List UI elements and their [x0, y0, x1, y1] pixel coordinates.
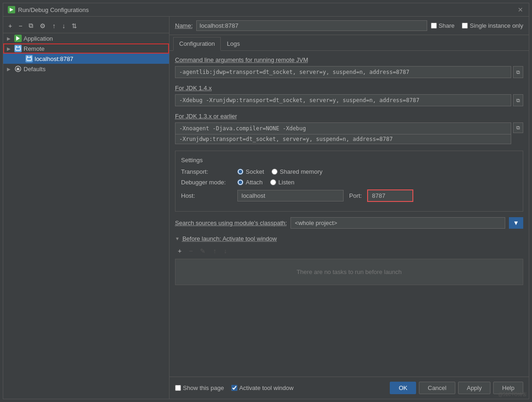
bottom-checkboxes: Show this page Activate tool window [175, 384, 294, 391]
jdk13-field-row: -Xrunjdwp:transport=dt_socket, server=y,… [175, 122, 523, 144]
cmd-label: Command line arguments for running remot… [175, 56, 523, 63]
jdk14-label: For JDK 1.4.x [175, 85, 523, 91]
before-launch-section: ▼ Before launch: Activate tool window + … [175, 235, 523, 285]
jdk14-copy-button[interactable]: ⧉ [513, 94, 523, 106]
single-instance-label: Single instance only [470, 22, 523, 29]
remove-config-button[interactable]: − [16, 21, 24, 31]
sidebar-item-label: Defaults [24, 66, 46, 73]
sidebar-item-application[interactable]: ▶ Application [3, 33, 169, 43]
activate-tool-label: Activate tool window [239, 384, 294, 391]
bottom-panel: Show this page Activate tool window OK C… [169, 377, 529, 399]
jdk14-section: For JDK 1.4.x ⧉ [175, 85, 523, 106]
arrow-icon: ▶ [7, 67, 12, 72]
sidebar: + − ⧉ ⚙ ↑ ↓ ⇅ ▶ Application [3, 17, 169, 399]
attach-label: Attach [246, 179, 263, 186]
right-panel: Name: Share Single instance only Configu… [169, 17, 529, 399]
settings-box: Settings Transport: Socket Shared memory [175, 151, 523, 212]
share-checkbox[interactable] [431, 23, 437, 29]
config-icon [25, 55, 33, 62]
settings-title: Settings [181, 157, 517, 164]
before-launch-remove-button[interactable]: − [186, 246, 195, 256]
sidebar-item-remote[interactable]: ▶ Remote [3, 43, 169, 54]
single-instance-checkbox[interactable] [462, 23, 468, 29]
sidebar-item-defaults[interactable]: ▶ Defaults [3, 64, 169, 74]
socket-radio-label[interactable]: Socket [237, 168, 264, 175]
listen-radio[interactable] [270, 179, 276, 185]
host-label: Host: [181, 192, 232, 199]
activate-tool-checkbox-label[interactable]: Activate tool window [231, 384, 294, 391]
title-bar: Run/Debug Configurations ✕ [3, 3, 529, 17]
jdk13-copy-button[interactable]: ⧉ [513, 122, 523, 133]
single-instance-checkbox-label[interactable]: Single instance only [462, 22, 523, 29]
move-up-button[interactable]: ↑ [50, 21, 58, 31]
cancel-button[interactable]: Cancel [419, 382, 455, 394]
show-page-checkbox[interactable] [175, 385, 181, 391]
attach-radio-label[interactable]: Attach [237, 179, 263, 186]
activate-tool-checkbox[interactable] [231, 385, 237, 391]
port-label: Port: [349, 192, 362, 199]
transport-label: Transport: [181, 168, 232, 175]
sidebar-item-localhost[interactable]: localhost:8787 [3, 54, 169, 64]
transport-radio-group: Socket Shared memory [237, 168, 322, 175]
config-settings-button[interactable]: ⚙ [37, 21, 48, 31]
main-content: + − ⧉ ⚙ ↑ ↓ ⇅ ▶ Application [3, 17, 529, 399]
svg-marker-0 [10, 8, 13, 12]
jdk14-field [175, 94, 511, 106]
port-input[interactable] [367, 189, 413, 202]
cmd-field-row: ⧉ [175, 66, 523, 78]
transport-row: Transport: Socket Shared memory [181, 168, 517, 175]
jdk13-field-line1 [175, 122, 511, 134]
application-icon [14, 35, 22, 42]
sort-button[interactable]: ⇅ [69, 21, 79, 31]
name-input[interactable] [196, 20, 427, 31]
shared-memory-radio[interactable] [272, 169, 278, 175]
before-launch-toolbar: + − ✎ ↑ ↓ [175, 246, 523, 256]
jdk13-section: For JDK 1.3.x or earlier -Xrunjdwp:trans… [175, 113, 523, 144]
tab-configuration[interactable]: Configuration [173, 37, 221, 51]
close-button[interactable]: ✕ [518, 6, 524, 13]
before-launch-edit-button[interactable]: ✎ [197, 246, 208, 256]
defaults-icon [14, 65, 22, 73]
share-checkbox-label[interactable]: Share [431, 22, 455, 29]
before-launch-add-button[interactable]: + [175, 246, 184, 256]
classpath-select[interactable]: <whole project> [290, 217, 505, 229]
apply-button[interactable]: Apply [458, 382, 491, 394]
socket-label: Socket [246, 168, 264, 175]
name-row: Name: Share Single instance only [169, 17, 529, 35]
before-launch-title: Before launch: Activate tool window [182, 235, 277, 242]
listen-radio-label[interactable]: Listen [270, 179, 295, 186]
tab-content: Command line arguments for running remot… [169, 51, 529, 377]
dialog-icon [8, 6, 15, 13]
before-launch-up-button[interactable]: ↑ [210, 246, 219, 256]
debugger-row: Debugger mode: Attach Listen [181, 179, 517, 186]
arrow-icon: ▶ [7, 46, 12, 51]
socket-radio[interactable] [237, 169, 243, 175]
cmd-field [175, 66, 511, 78]
move-down-button[interactable]: ↓ [60, 21, 67, 31]
dialog-title: Run/Debug Configurations [18, 6, 89, 13]
run-debug-dialog: Run/Debug Configurations ✕ + − ⧉ ⚙ ↑ ↓ ⇅… [3, 3, 529, 399]
title-bar-left: Run/Debug Configurations [8, 6, 89, 13]
name-label: Name: [175, 22, 193, 29]
attach-radio[interactable] [237, 179, 243, 185]
classpath-dropdown-button[interactable]: ▼ [509, 217, 523, 229]
before-launch-header: ▼ Before launch: Activate tool window [175, 235, 523, 242]
sidebar-item-label: localhost:8787 [35, 55, 73, 62]
show-page-checkbox-label[interactable]: Show this page [175, 384, 224, 391]
shared-memory-radio-label[interactable]: Shared memory [272, 168, 322, 175]
add-config-button[interactable]: + [6, 21, 14, 31]
cmd-section: Command line arguments for running remot… [175, 56, 523, 78]
cmd-copy-button[interactable]: ⧉ [513, 66, 523, 78]
ok-button[interactable]: OK [390, 382, 416, 394]
copy-config-button[interactable]: ⧉ [26, 20, 36, 31]
host-input[interactable] [237, 190, 344, 201]
checkboxes-row: Share Single instance only [431, 22, 523, 29]
shared-memory-label: Shared memory [280, 168, 322, 175]
sidebar-toolbar: + − ⧉ ⚙ ↑ ↓ ⇅ [3, 18, 169, 33]
tab-logs[interactable]: Logs [221, 37, 246, 50]
show-page-label: Show this page [183, 384, 224, 391]
no-tasks-box: There are no tasks to run before launch [175, 259, 523, 285]
before-launch-down-button[interactable]: ↓ [221, 246, 230, 256]
before-launch-arrow-icon: ▼ [175, 236, 180, 241]
host-port-row: Host: Port: [181, 189, 517, 202]
